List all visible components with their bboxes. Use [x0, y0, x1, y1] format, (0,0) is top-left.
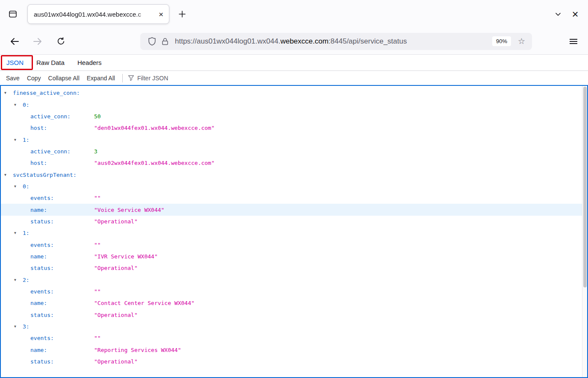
- tree-key-cell: host:: [1, 160, 94, 166]
- new-tab-button[interactable]: [174, 6, 191, 23]
- tree-row[interactable]: events:"": [1, 332, 587, 344]
- collapse-arrow-icon[interactable]: ▼: [4, 91, 13, 95]
- tree-row[interactable]: status:"Operational": [1, 309, 587, 321]
- menu-button[interactable]: [565, 33, 582, 50]
- property-value: "": [94, 195, 101, 201]
- firefox-view-icon: [8, 9, 18, 19]
- arrow-left-icon: [9, 36, 20, 47]
- tab-headers[interactable]: Headers: [71, 55, 108, 70]
- copy-button[interactable]: Copy: [27, 75, 41, 82]
- tree-row[interactable]: events:"": [1, 239, 587, 250]
- hamburger-icon: [570, 41, 577, 42]
- json-tree-panel: ▼finesse_active_conn:▼0:active_conn:50ho…: [0, 85, 588, 378]
- reload-button[interactable]: [52, 33, 69, 50]
- back-button[interactable]: [6, 33, 23, 50]
- tab-close-button[interactable]: ×: [157, 9, 165, 19]
- property-value: "": [94, 288, 101, 295]
- property-value: "Voice Service WX044": [94, 207, 164, 213]
- navigation-bar: https://aus01wx044log01.wx044.webexcce.c…: [0, 28, 588, 55]
- scrollbar-thumb[interactable]: [583, 87, 587, 287]
- filter-icon: [128, 75, 134, 81]
- collapse-arrow-icon[interactable]: ▼: [14, 138, 23, 142]
- zoom-indicator[interactable]: 90%: [492, 36, 511, 46]
- tree-row[interactable]: status:"Operational": [1, 356, 587, 367]
- tree-key-cell: ▼0:: [1, 183, 94, 190]
- collapse-arrow-icon[interactable]: ▼: [14, 231, 23, 235]
- collapse-arrow-icon[interactable]: ▼: [14, 103, 23, 107]
- close-icon: ×: [159, 10, 163, 19]
- tree-row[interactable]: ▼1:: [1, 227, 587, 239]
- property-value: 3: [94, 148, 98, 155]
- tree-row[interactable]: status:"Operational": [1, 262, 587, 274]
- property-key: events:: [30, 335, 54, 341]
- tree-row[interactable]: ▼finesse_active_conn:: [1, 87, 587, 99]
- collapse-arrow-icon[interactable]: ▼: [14, 185, 23, 188]
- tree-key-cell: active_conn:: [1, 113, 94, 120]
- site-security-button[interactable]: [159, 37, 171, 46]
- url-prefix: https://aus01wx044log01.wx044.: [175, 37, 281, 45]
- property-key: events:: [30, 288, 54, 295]
- tree-row[interactable]: events:"": [1, 286, 587, 297]
- url-bar[interactable]: https://aus01wx044log01.wx044.webexcce.c…: [140, 33, 532, 50]
- tree-row[interactable]: events:"": [1, 192, 587, 204]
- tree-key-cell: ▼1:: [1, 230, 94, 236]
- collapse-all-button[interactable]: Collapse All: [48, 75, 80, 82]
- collapse-arrow-icon[interactable]: ▼: [4, 173, 13, 177]
- tree-row[interactable]: name:"IVR Service WX044": [1, 251, 587, 262]
- tree-key-cell: ▼finesse_active_conn:: [1, 90, 94, 96]
- tree-row[interactable]: active_conn:3: [1, 146, 587, 157]
- close-icon: ×: [572, 9, 578, 20]
- property-key: status:: [30, 312, 54, 318]
- tree-row[interactable]: ▼1:: [1, 134, 587, 145]
- property-key: events:: [30, 195, 54, 201]
- property-value: 50: [94, 113, 101, 120]
- save-button[interactable]: Save: [6, 75, 20, 82]
- chevron-down-icon: [554, 10, 562, 18]
- arrow-right-icon: [33, 36, 43, 47]
- property-value: "": [94, 242, 101, 248]
- tree-row[interactable]: ▼0:: [1, 181, 587, 192]
- tree-row[interactable]: ▼svcStatusGrpTenant:: [1, 169, 587, 180]
- property-key: 3:: [23, 323, 30, 330]
- property-key: status:: [30, 265, 54, 271]
- property-value: "Operational": [94, 218, 138, 225]
- tab-raw-data[interactable]: Raw Data: [30, 55, 71, 70]
- forward-button[interactable]: [29, 33, 46, 50]
- url-suffix: :8445/api/service_status: [328, 37, 407, 45]
- window-close-button[interactable]: ×: [567, 6, 584, 23]
- expand-all-button[interactable]: Expand All: [87, 75, 115, 82]
- firefox-view-button[interactable]: [4, 6, 21, 23]
- tree-key-cell: status:: [1, 312, 94, 318]
- tree-key-cell: ▼0:: [1, 102, 94, 108]
- property-key: 1:: [23, 230, 30, 236]
- tree-row[interactable]: active_conn:50: [1, 111, 587, 122]
- tree-row[interactable]: status:"Operational": [1, 216, 587, 227]
- tree-row[interactable]: name:"Reporting Services WX044": [1, 344, 587, 356]
- bookmark-star-button[interactable]: ☆: [515, 36, 528, 46]
- shield-icon: [148, 37, 157, 46]
- tree-row[interactable]: host:"den01wx044fex01.wx044.webexcce.com…: [1, 122, 587, 134]
- collapse-arrow-icon[interactable]: ▼: [14, 278, 23, 282]
- tree-key-cell: host:: [1, 125, 94, 131]
- browser-window: aus01wx044log01.wx044.webexcce.c × ×: [0, 0, 588, 378]
- property-value: "Operational": [94, 265, 138, 271]
- property-value: "Operational": [94, 312, 138, 318]
- property-key: status:: [30, 218, 54, 225]
- tree-row[interactable]: ▼3:: [1, 321, 587, 332]
- scrollbar[interactable]: [582, 86, 587, 377]
- browser-tab[interactable]: aus01wx044log01.wx044.webexcce.c ×: [27, 4, 169, 24]
- tree-row[interactable]: name:"Contact Center Service WX044": [1, 297, 587, 309]
- tree-key-cell: status:: [1, 218, 94, 225]
- json-tree: ▼finesse_active_conn:▼0:active_conn:50ho…: [1, 87, 587, 367]
- filter-json-input[interactable]: [137, 75, 231, 82]
- tree-row[interactable]: host:"aus02wx044fex01.wx044.webexcce.com…: [1, 157, 587, 169]
- tree-key-cell: events:: [1, 288, 94, 295]
- list-all-tabs-button[interactable]: [550, 6, 567, 23]
- tree-row[interactable]: ▼2:: [1, 274, 587, 286]
- collapse-arrow-icon[interactable]: ▼: [14, 325, 23, 328]
- reload-icon: [56, 37, 65, 46]
- tree-row[interactable]: name:"Voice Service WX044": [1, 204, 587, 215]
- tab-json[interactable]: JSON: [0, 55, 30, 70]
- tracking-protection-button[interactable]: [145, 37, 159, 46]
- tree-row[interactable]: ▼0:: [1, 99, 587, 110]
